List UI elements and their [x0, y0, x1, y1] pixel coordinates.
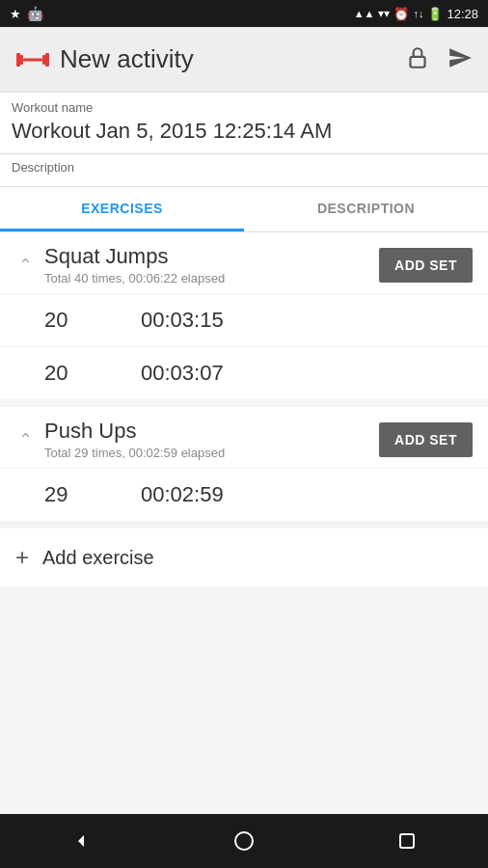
page-title: New activity	[60, 44, 194, 74]
lock-icon[interactable]	[405, 45, 430, 74]
set-row-pushup-1[interactable]: 29 00:02:59	[0, 468, 488, 521]
set-row-squat-2[interactable]: 20 00:03:07	[0, 346, 488, 399]
description-section: Description	[0, 154, 488, 187]
status-time: 12:28	[447, 7, 478, 21]
set-reps-pushup-1: 29	[44, 482, 141, 507]
set-reps-squat-2: 20	[44, 361, 141, 386]
exercise-block-squat-jumps: ⌃ Squat Jumps Total 40 times, 00:06:22 e…	[0, 232, 488, 399]
svg-point-8	[235, 832, 253, 850]
wifi-icon: ▾▾	[378, 7, 390, 20]
svg-rect-4	[45, 53, 49, 67]
clock-icon: ⏰	[393, 7, 409, 21]
exercise-name-push-ups: Push Ups	[44, 419, 369, 444]
set-row-squat-1[interactable]: 20 00:03:15	[0, 293, 488, 346]
exercise-block-push-ups: ⌃ Push Ups Total 29 times, 00:02:59 elap…	[0, 407, 488, 521]
star-icon: ★	[10, 7, 21, 21]
signal-icon: ▲▲	[354, 8, 375, 19]
set-time-squat-1: 00:03:15	[141, 308, 224, 333]
collapse-icon-squat-jumps[interactable]: ⌃	[15, 255, 35, 276]
workout-name-value[interactable]: Workout Jan 5, 2015 12:25:14 AM	[12, 119, 476, 144]
svg-rect-5	[410, 56, 424, 67]
app-bar: New activity	[0, 27, 488, 93]
back-button[interactable]	[52, 822, 110, 860]
status-right-info: ▲▲ ▾▾ ⏰ ↑↓ 🔋 12:28	[354, 7, 478, 21]
add-exercise-icon: +	[15, 546, 29, 569]
barbell-icon	[15, 42, 50, 77]
send-icon[interactable]	[447, 45, 473, 74]
set-time-pushup-1: 00:02:59	[141, 482, 224, 507]
recents-button[interactable]	[378, 822, 436, 860]
svg-marker-7	[78, 835, 84, 847]
add-exercise-label: Add exercise	[42, 547, 154, 569]
exercise-info-squat-jumps: Squat Jumps Total 40 times, 00:06:22 ela…	[44, 244, 369, 285]
svg-rect-1	[20, 55, 23, 65]
exercise-summary-push-ups: Total 29 times, 00:02:59 elapsed	[44, 446, 369, 460]
status-bar: ★ 🤖 ▲▲ ▾▾ ⏰ ↑↓ 🔋 12:28	[0, 0, 488, 27]
svg-rect-9	[400, 834, 414, 848]
exercise-header-push-ups: ⌃ Push Ups Total 29 times, 00:02:59 elap…	[0, 407, 488, 468]
main-content: Workout name Workout Jan 5, 2015 12:25:1…	[0, 93, 488, 814]
svg-rect-2	[23, 58, 42, 61]
collapse-icon-push-ups[interactable]: ⌃	[15, 429, 35, 450]
tabs-bar: EXERCISES DESCRIPTION	[0, 187, 488, 232]
svg-rect-3	[42, 55, 45, 65]
exercise-info-push-ups: Push Ups Total 29 times, 00:02:59 elapse…	[44, 419, 369, 460]
description-label: Description	[12, 160, 476, 175]
exercise-list: ⌃ Squat Jumps Total 40 times, 00:06:22 e…	[0, 232, 488, 814]
status-left-icons: ★ 🤖	[10, 6, 43, 21]
battery-icon: 🔋	[427, 7, 443, 21]
exercise-summary-squat-jumps: Total 40 times, 00:06:22 elapsed	[44, 271, 369, 285]
set-reps-squat-1: 20	[44, 308, 141, 333]
network-icon: ↑↓	[413, 8, 423, 19]
tab-exercises[interactable]: EXERCISES	[0, 187, 244, 231]
tab-description[interactable]: DESCRIPTION	[244, 187, 488, 231]
svg-marker-6	[449, 48, 472, 68]
add-set-button-squat-jumps[interactable]: ADD SET	[379, 248, 473, 283]
home-button[interactable]	[215, 822, 273, 860]
svg-rect-0	[16, 53, 20, 67]
add-exercise-row[interactable]: + Add exercise	[0, 529, 488, 586]
workout-name-label: Workout name	[12, 100, 476, 115]
app-bar-actions	[405, 45, 473, 74]
set-time-squat-2: 00:03:07	[141, 361, 224, 386]
android-icon: 🤖	[27, 6, 43, 21]
exercise-name-squat-jumps: Squat Jumps	[44, 244, 369, 269]
app-bar-title-group: New activity	[15, 42, 405, 77]
exercise-header-squat-jumps: ⌃ Squat Jumps Total 40 times, 00:06:22 e…	[0, 232, 488, 293]
bottom-navigation	[0, 814, 488, 868]
workout-name-section: Workout name Workout Jan 5, 2015 12:25:1…	[0, 93, 488, 154]
add-set-button-push-ups[interactable]: ADD SET	[379, 422, 473, 457]
